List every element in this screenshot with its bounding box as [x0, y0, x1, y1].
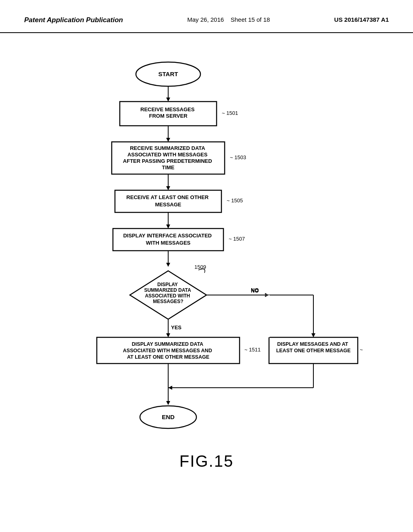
svg-marker-19 — [166, 224, 170, 229]
header-sheet: Sheet 15 of 18 — [231, 16, 270, 23]
svg-marker-52 — [311, 333, 315, 337]
diagram-area: START RECEIVE MESSAGES FROM SERVER ~ 150… — [0, 33, 413, 478]
page: Patent Application Publication May 26, 2… — [0, 0, 413, 532]
flowchart: START RECEIVE MESSAGES FROM SERVER ~ 150… — [49, 57, 364, 440]
svg-text:NO: NO — [251, 288, 259, 294]
svg-marker-45 — [166, 401, 170, 405]
svg-text:YES: YES — [171, 324, 181, 330]
header-patent-number: US 2016/147387 A1 — [334, 16, 389, 23]
svg-marker-14 — [166, 186, 170, 190]
svg-text:~ 1503: ~ 1503 — [230, 154, 246, 160]
svg-marker-3 — [166, 98, 170, 102]
header: Patent Application Publication May 26, 2… — [0, 0, 413, 33]
svg-text:DISPLAY SUMMARIZED DATA
      : DISPLAY SUMMARIZED DATA ASSOCIATED WITH … — [123, 341, 213, 360]
svg-text:~ 1511: ~ 1511 — [244, 347, 261, 353]
header-date: May 26, 2016 — [187, 16, 224, 23]
svg-rect-55 — [227, 287, 251, 294]
svg-text:~ 1513: ~ 1513 — [360, 347, 364, 353]
svg-marker-29 — [166, 333, 170, 337]
svg-text:END: END — [162, 414, 175, 420]
header-date-sheet: May 26, 2016 Sheet 15 of 18 — [187, 16, 270, 23]
svg-text:~ 1501: ~ 1501 — [222, 110, 238, 116]
svg-text:~ 1507: ~ 1507 — [229, 236, 245, 242]
svg-marker-24 — [166, 263, 170, 267]
header-publication-label: Patent Application Publication — [24, 16, 123, 24]
figure-label: FIG.15 — [179, 452, 234, 470]
svg-marker-9 — [166, 138, 170, 142]
svg-text:START: START — [159, 71, 178, 77]
svg-marker-42 — [168, 386, 172, 390]
svg-text:~ 1505: ~ 1505 — [227, 197, 243, 204]
